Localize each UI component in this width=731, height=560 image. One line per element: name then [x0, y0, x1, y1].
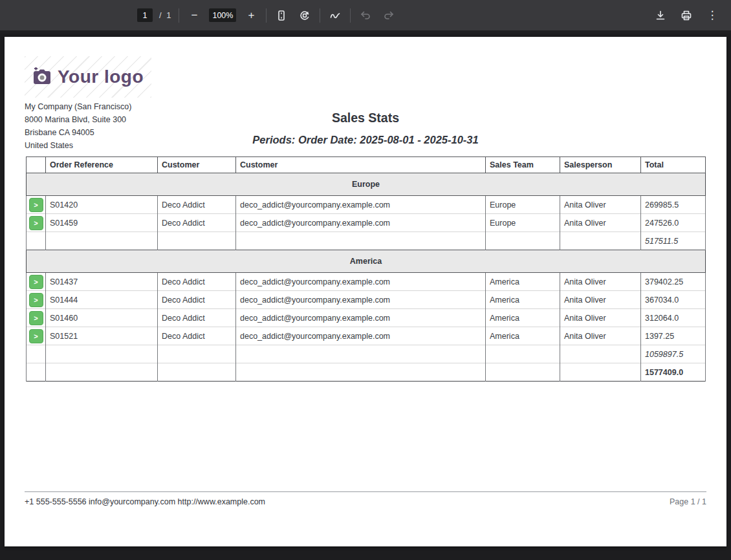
column-header-customer: Customer	[158, 157, 236, 173]
expand-cell: >	[27, 327, 46, 345]
print-button[interactable]	[678, 7, 695, 24]
sales-team-cell: America	[486, 309, 560, 327]
redo-icon	[382, 9, 395, 22]
empty-cell	[236, 363, 486, 382]
zoom-level-input[interactable]	[209, 8, 236, 22]
expand-row-button[interactable]: >	[29, 293, 43, 307]
camera-icon	[32, 67, 52, 87]
empty-cell	[486, 345, 560, 363]
page-count-label: / 1	[159, 10, 172, 20]
customer-email-cell: deco_addict@yourcompany.example.com	[236, 214, 486, 232]
empty-cell	[560, 232, 641, 250]
toolbar-divider	[266, 8, 267, 23]
salesperson-cell: Anita Oliver	[560, 196, 641, 214]
annotate-icon	[329, 9, 342, 22]
empty-cell	[46, 232, 158, 250]
annotate-button[interactable]	[327, 7, 344, 24]
customer-email-cell: deco_addict@yourcompany.example.com	[236, 309, 486, 327]
order-reference-cell: S01459	[46, 214, 158, 232]
empty-cell	[158, 363, 236, 382]
group-row: America	[27, 250, 706, 273]
fit-page-button[interactable]	[273, 7, 290, 24]
empty-cell	[486, 363, 560, 382]
empty-cell	[27, 345, 46, 363]
sales-team-cell: Europe	[486, 214, 560, 232]
fit-page-icon	[275, 9, 288, 22]
expand-cell: >	[27, 273, 46, 291]
empty-cell	[158, 345, 236, 363]
total-cell: 312064.0	[641, 309, 706, 327]
customer-cell: Deco Addict	[158, 273, 236, 291]
total-cell: 247526.0	[641, 214, 706, 232]
empty-cell	[158, 232, 236, 250]
undo-icon	[359, 9, 372, 22]
report-subtitle: Periods: Order Date: 2025-08-01 - 2025-1…	[5, 134, 726, 146]
customer-cell: Deco Addict	[158, 309, 236, 327]
customer-cell: Deco Addict	[158, 291, 236, 309]
empty-cell	[560, 345, 641, 363]
expand-row-button[interactable]: >	[29, 329, 43, 343]
zoom-out-button[interactable]: −	[186, 7, 202, 24]
toolbar-divider	[320, 8, 320, 23]
subtotal-row: 1059897.5	[27, 345, 706, 363]
empty-cell	[27, 232, 46, 250]
expand-cell: >	[27, 196, 46, 214]
empty-cell	[236, 345, 486, 363]
order-reference-cell: S01521	[46, 327, 158, 345]
zoom-in-button[interactable]: +	[243, 7, 259, 24]
total-cell: 1397.25	[641, 327, 706, 345]
expand-row-button[interactable]: >	[29, 198, 43, 212]
customer-cell: Deco Addict	[158, 327, 236, 345]
customer-cell: Deco Addict	[158, 214, 236, 232]
expand-row-button[interactable]: >	[29, 275, 43, 289]
column-header-sales-team: Sales Team	[486, 157, 560, 173]
empty-cell	[560, 363, 641, 382]
empty-cell	[27, 363, 46, 382]
undo-button[interactable]	[357, 7, 374, 24]
customer-email-cell: deco_addict@yourcompany.example.com	[236, 327, 486, 345]
order-reference-cell: S01444	[46, 291, 158, 309]
minus-icon: −	[191, 10, 198, 21]
empty-cell	[46, 363, 158, 382]
report-title: Sales Stats	[5, 111, 726, 125]
expand-row-button[interactable]: >	[29, 311, 43, 325]
customer-email-cell: deco_addict@yourcompany.example.com	[236, 273, 486, 291]
salesperson-cell: Anita Oliver	[560, 214, 641, 232]
customer-cell: Deco Addict	[158, 196, 236, 214]
more-menu-button[interactable]: ⋮	[704, 7, 721, 24]
subtotal-row: 517511.5	[27, 232, 706, 250]
sales-stats-table: Order Reference Customer Customer Sales …	[26, 156, 706, 382]
empty-cell	[486, 232, 560, 250]
download-button[interactable]	[652, 7, 669, 24]
column-header-expand	[27, 157, 46, 173]
expand-cell: >	[27, 309, 46, 327]
pdf-toolbar: / 1 − +	[0, 0, 731, 34]
grand-total-row: 1577409.0	[27, 363, 706, 382]
footer-page-label: Page 1 / 1	[670, 497, 706, 506]
print-icon	[680, 9, 693, 22]
table-header-row: Order Reference Customer Customer Sales …	[27, 157, 706, 173]
column-header-customer-email: Customer	[236, 157, 486, 173]
download-icon	[654, 9, 667, 22]
group-row: Europe	[27, 173, 706, 196]
customer-email-cell: deco_addict@yourcompany.example.com	[236, 291, 486, 309]
salesperson-cell: Anita Oliver	[560, 291, 641, 309]
page-number-input[interactable]	[137, 8, 153, 22]
expand-cell: >	[27, 214, 46, 232]
total-cell: 269985.5	[641, 196, 706, 214]
table-row: >S01460Deco Addictdeco_addict@yourcompan…	[27, 309, 706, 327]
table-row: >S01459Deco Addictdeco_addict@yourcompan…	[27, 214, 706, 232]
expand-row-button[interactable]: >	[29, 216, 43, 230]
empty-cell	[236, 232, 486, 250]
column-header-total: Total	[641, 157, 706, 173]
pdf-page: Your logo My Company (San Francisco) 800…	[5, 37, 726, 546]
salesperson-cell: Anita Oliver	[560, 309, 641, 327]
plus-icon: +	[248, 10, 255, 21]
empty-cell	[46, 345, 158, 363]
salesperson-cell: Anita Oliver	[560, 327, 641, 345]
redo-button[interactable]	[380, 7, 397, 24]
subtotal-value: 517511.5	[641, 232, 706, 250]
rotate-button[interactable]	[296, 7, 313, 24]
toolbar-divider	[179, 8, 179, 23]
table-row: >S01444Deco Addictdeco_addict@yourcompan…	[27, 291, 706, 309]
